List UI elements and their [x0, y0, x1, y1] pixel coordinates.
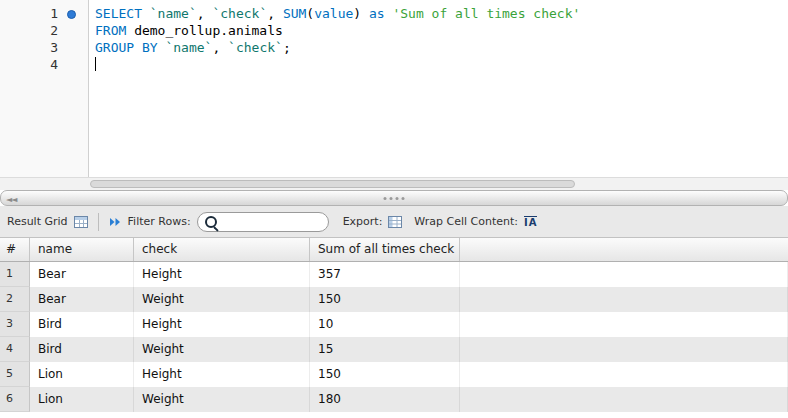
table-cell[interactable]: Bear — [30, 262, 134, 287]
table-row[interactable]: 6LionWeight180 — [0, 387, 788, 412]
statement-marker — [58, 56, 88, 73]
table-cell[interactable]: 150 — [310, 287, 460, 312]
code-text: GROUP BY `name`, `check`; — [88, 39, 291, 56]
table-cell[interactable]: Height — [134, 312, 310, 337]
table-cell[interactable]: Bird — [30, 337, 134, 362]
row-number-cell[interactable]: 4 — [0, 337, 30, 362]
table-row[interactable]: 2BearWeight150 — [0, 287, 788, 312]
row-number-cell[interactable]: 1 — [0, 262, 30, 287]
column-header-sum-of-all-times-check[interactable]: Sum of all times check — [310, 238, 460, 261]
wrap-cell-content-label: Wrap Cell Content: — [414, 215, 518, 228]
wrap-cell-content-icon[interactable]: IA — [524, 216, 537, 228]
code-line[interactable]: 1SELECT `name`, `check`, SUM(value) as '… — [0, 5, 788, 22]
row-filler — [460, 387, 788, 412]
table-row[interactable]: 4BirdWeight15 — [0, 337, 788, 362]
row-filler — [460, 337, 788, 362]
statement-marker — [58, 22, 88, 39]
table-cell[interactable]: Lion — [30, 362, 134, 387]
row-filler — [460, 287, 788, 312]
row-number-cell[interactable]: 5 — [0, 362, 30, 387]
result-grid-header: #namecheckSum of all times check — [0, 238, 788, 262]
line-number: 3 — [0, 39, 58, 56]
line-number: 1 — [0, 5, 58, 22]
column-header-num[interactable]: # — [0, 238, 30, 261]
table-cell[interactable]: Weight — [134, 387, 310, 412]
result-grid: #namecheckSum of all times check 1BearHe… — [0, 238, 788, 412]
table-row[interactable]: 1BearHeight357 — [0, 262, 788, 287]
table-cell[interactable]: Height — [134, 362, 310, 387]
filter-rows-label: Filter Rows: — [128, 215, 191, 228]
table-cell[interactable]: 180 — [310, 387, 460, 412]
sql-code-lines: 1SELECT `name`, `check`, SUM(value) as '… — [0, 0, 788, 73]
statement-marker — [58, 39, 88, 56]
table-cell[interactable]: Height — [134, 262, 310, 287]
collapse-arrows-icon[interactable]: ◄◄ — [6, 195, 16, 204]
editor-horizontal-scrollbar[interactable] — [0, 177, 788, 190]
column-header-check[interactable]: check — [134, 238, 310, 261]
export-label: Export: — [343, 215, 383, 228]
row-filler — [460, 312, 788, 337]
code-text — [88, 56, 96, 73]
table-cell[interactable]: 10 — [310, 312, 460, 337]
filter-rows-searchbox[interactable] — [197, 212, 329, 232]
table-cell[interactable]: 357 — [310, 262, 460, 287]
column-header-name[interactable]: name — [30, 238, 134, 261]
refresh-icon[interactable] — [109, 216, 122, 228]
export-icon[interactable] — [388, 216, 402, 228]
result-grid-icon[interactable] — [74, 216, 88, 228]
statement-marker — [58, 5, 88, 22]
row-filler — [460, 262, 788, 287]
code-line[interactable]: 4 — [0, 56, 788, 73]
scrollbar-thumb[interactable] — [90, 180, 575, 188]
result-grid-label: Result Grid — [7, 215, 68, 228]
table-cell[interactable]: 150 — [310, 362, 460, 387]
panel-splitter[interactable]: ◄◄ — [0, 190, 788, 206]
table-cell[interactable]: Weight — [134, 287, 310, 312]
row-filler — [460, 362, 788, 387]
line-number: 4 — [0, 56, 58, 73]
toolbar-separator — [98, 213, 99, 231]
row-number-cell[interactable]: 2 — [0, 287, 30, 312]
result-grid-toolbar: Result Grid Filter Rows: Export: Wrap Ce… — [0, 206, 788, 238]
code-line[interactable]: 3GROUP BY `name`, `check`; — [0, 39, 788, 56]
table-row[interactable]: 5LionHeight150 — [0, 362, 788, 387]
row-number-cell[interactable]: 3 — [0, 312, 30, 337]
line-number: 2 — [0, 22, 58, 39]
splitter-grip-icon — [384, 197, 405, 200]
text-cursor — [95, 57, 96, 71]
column-header-filler — [460, 238, 788, 261]
table-cell[interactable]: Bird — [30, 312, 134, 337]
table-cell[interactable]: Lion — [30, 387, 134, 412]
code-text: SELECT `name`, `check`, SUM(value) as 'S… — [88, 5, 580, 22]
statement-dot-icon — [67, 10, 76, 19]
code-line[interactable]: 2FROM demo_rollup.animals — [0, 22, 788, 39]
table-row[interactable]: 3BirdHeight10 — [0, 312, 788, 337]
search-icon — [205, 216, 217, 228]
filter-rows-input[interactable] — [224, 215, 326, 230]
table-cell[interactable]: Bear — [30, 287, 134, 312]
sql-editor[interactable]: 1SELECT `name`, `check`, SUM(value) as '… — [0, 0, 788, 177]
result-grid-body: 1BearHeight3572BearWeight1503BirdHeight1… — [0, 262, 788, 412]
table-cell[interactable]: Weight — [134, 337, 310, 362]
table-cell[interactable]: 15 — [310, 337, 460, 362]
code-text: FROM demo_rollup.animals — [88, 22, 283, 39]
sql-editor-window: 1SELECT `name`, `check`, SUM(value) as '… — [0, 0, 788, 418]
row-number-cell[interactable]: 6 — [0, 387, 30, 412]
